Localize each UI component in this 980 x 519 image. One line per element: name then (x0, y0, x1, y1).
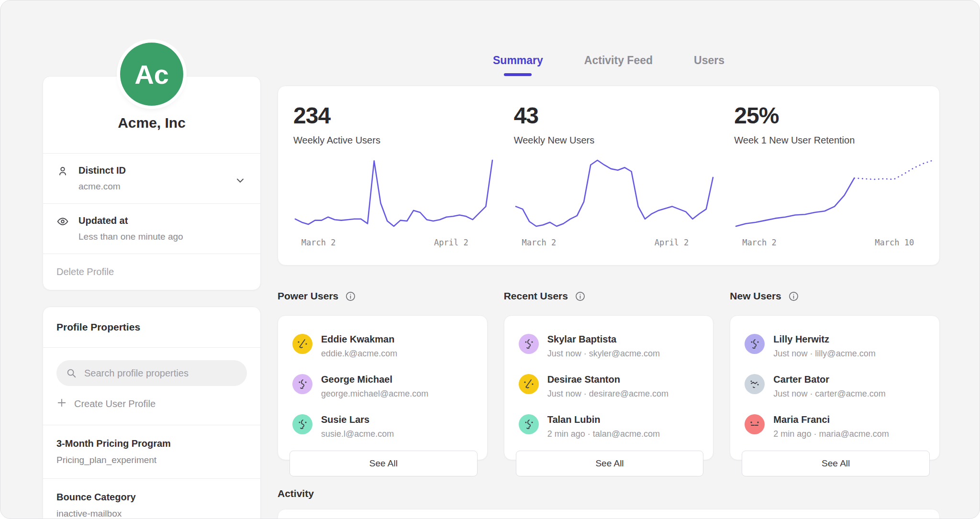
user-row[interactable]: Maria Franci 2 min ago · maria@acme.com (742, 410, 930, 451)
stat-label: Week 1 New User Retention (734, 135, 939, 146)
see-all-button[interactable]: See All (290, 451, 478, 476)
main-content: Summary Activity Feed Users 234 Weekly A… (278, 0, 940, 519)
profile-summary-card: Acme, Inc Distinct ID acme.com (43, 76, 261, 290)
user-avatar (745, 374, 765, 394)
user-meta: Just now · skyler@acme.com (547, 349, 660, 359)
info-icon[interactable] (575, 291, 586, 302)
user-list-recent-users: Recent Users Skylar Baptista Just now · … (504, 290, 714, 460)
person-icon (56, 165, 70, 179)
x-tick-label: March 2 (301, 238, 336, 247)
user-name: Carter Bator (773, 374, 885, 385)
search-icon (66, 368, 77, 380)
user-name: George Michael (321, 374, 428, 385)
activity-card: 234 940 3.4k (278, 509, 940, 519)
search-input[interactable] (56, 360, 247, 386)
x-axis-labels: March 2 April 2 (293, 238, 494, 248)
tab-bar: Summary Activity Feed Users (278, 0, 940, 73)
user-list-card: Eddie Kwakman eddie.k@acme.com George Mi… (278, 315, 488, 460)
retention-sparkline (734, 157, 935, 229)
user-avatar (519, 374, 539, 394)
x-tick-label: April 2 (655, 238, 689, 247)
stat-weekly-new-users: 43 Weekly New Users March 2 April 2 (499, 86, 719, 265)
x-tick-label: March 2 (742, 238, 777, 247)
tab-users[interactable]: Users (694, 54, 724, 73)
user-row[interactable]: George Michael george.michael@acme.com (290, 370, 478, 410)
x-axis-labels: March 2 April 2 (514, 238, 715, 248)
profile-dashboard-page: Ac Acme, Inc Distinct ID acme.com (0, 0, 980, 519)
info-icon[interactable] (345, 291, 356, 302)
tab-summary[interactable]: Summary (493, 54, 543, 73)
tab-activity-feed[interactable]: Activity Feed (584, 54, 653, 73)
property-value: Pricing_plan_experiment (56, 455, 247, 465)
user-meta: 2 min ago · maria@acme.com (773, 429, 889, 439)
profile-properties-card: Profile Properties Create User Profile 3… (43, 307, 261, 519)
user-name: Talan Lubin (547, 414, 660, 425)
stat-value: 234 (293, 102, 499, 129)
see-all-button[interactable]: See All (516, 451, 704, 476)
user-name: Lilly Herwitz (773, 334, 875, 345)
stat-label: Weekly Active Users (293, 135, 499, 146)
user-avatar (745, 334, 765, 354)
user-name: Maria Franci (773, 414, 889, 425)
distinct-id-value: acme.com (78, 181, 126, 192)
user-name: Skylar Baptista (547, 334, 660, 345)
x-tick-label: March 10 (875, 238, 914, 247)
distinct-id-label: Distinct ID (78, 165, 126, 176)
company-avatar: Ac (120, 43, 183, 106)
profile-properties-title: Profile Properties (43, 307, 260, 348)
activity-section-title: Activity (278, 488, 940, 499)
list-header: New Users (730, 290, 940, 302)
create-user-profile-label: Create User Profile (74, 398, 156, 409)
user-list-card: Lilly Herwitz Just now · lilly@acme.com … (730, 315, 940, 460)
x-tick-label: March 2 (522, 238, 556, 247)
company-avatar-initials: Ac (134, 59, 169, 90)
stat-weekly-active-users: 234 Weekly Active Users March 2 April 2 (278, 86, 499, 265)
user-row[interactable]: Desirae Stanton Just now · desirare@acme… (516, 370, 704, 410)
see-all-button[interactable]: See All (742, 451, 930, 476)
user-list-power-users: Power Users Eddie Kwakman eddie.k@acme.c… (278, 290, 488, 460)
stat-value: 43 (514, 102, 719, 129)
distinct-id-row[interactable]: Distinct ID acme.com (43, 153, 260, 203)
user-row[interactable]: Susie Lars susie.l@acme.com (290, 410, 478, 451)
property-row: Bounce Category inactive-mailbox (43, 478, 260, 519)
info-icon[interactable] (788, 291, 799, 302)
delete-profile-button[interactable]: Delete Profile (43, 254, 260, 290)
eye-icon (56, 215, 70, 230)
user-list-card: Skylar Baptista Just now · skyler@acme.c… (504, 315, 714, 460)
user-name: Desirae Stanton (547, 374, 668, 385)
create-user-profile-button[interactable]: Create User Profile (56, 398, 247, 410)
chevron-down-icon[interactable] (234, 175, 246, 188)
property-name: Bounce Category (56, 492, 247, 503)
user-avatar (292, 334, 312, 354)
weekly-new-users-sparkline (514, 157, 715, 229)
user-name: Eddie Kwakman (321, 334, 397, 345)
user-avatar (745, 414, 765, 434)
summary-stats-card: 234 Weekly Active Users March 2 April 2 … (278, 86, 940, 265)
user-row[interactable]: Skylar Baptista Just now · skyler@acme.c… (516, 330, 704, 370)
user-lists-row: Power Users Eddie Kwakman eddie.k@acme.c… (278, 290, 940, 460)
property-name: 3-Month Pricing Program (56, 438, 247, 449)
stat-value: 25% (734, 102, 939, 129)
user-list-new-users: New Users Lilly Herwitz Just now · lilly… (730, 290, 940, 460)
property-value: inactive-mailbox (56, 508, 247, 519)
plus-icon (56, 398, 67, 410)
updated-at-row: Updated at Less than one minute ago (43, 203, 260, 254)
x-tick-label: April 2 (434, 238, 468, 247)
user-meta: susie.l@acme.com (321, 429, 394, 439)
user-row[interactable]: Eddie Kwakman eddie.k@acme.com (290, 330, 478, 370)
user-meta: Just now · lilly@acme.com (773, 349, 875, 359)
stat-week1-retention: 25% Week 1 New User Retention March 2 Ma… (719, 86, 939, 265)
user-avatar (519, 334, 539, 354)
list-title: Recent Users (504, 290, 568, 302)
user-row[interactable]: Carter Bator Just now · carter@acme.com (742, 370, 930, 410)
user-meta: Just now · carter@acme.com (773, 389, 885, 399)
user-avatar (292, 374, 312, 394)
user-avatar (519, 414, 539, 434)
user-row[interactable]: Lilly Herwitz Just now · lilly@acme.com (742, 330, 930, 370)
list-title: New Users (730, 290, 781, 302)
user-meta: 2 min ago · talan@acme.com (547, 429, 660, 439)
user-avatar (292, 414, 312, 434)
user-row[interactable]: Talan Lubin 2 min ago · talan@acme.com (516, 410, 704, 451)
profile-properties-search (56, 360, 247, 386)
weekly-active-users-sparkline (293, 157, 494, 229)
